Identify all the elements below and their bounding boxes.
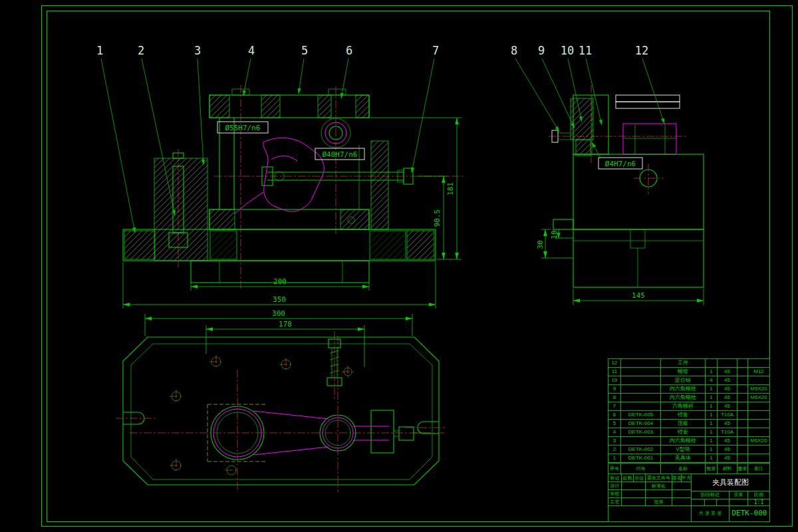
bom-cell-remark (747, 446, 769, 454)
tb-blank (622, 482, 646, 490)
tb-role-process: 工艺 (608, 498, 622, 506)
tb-blank (672, 498, 692, 506)
plan-outline (123, 337, 439, 485)
callout-10: 10 (561, 44, 574, 57)
cad-drawing-sheet: Ø55H7/n6 Ø40H7/n6 181 90.5 200 350 1 2 3… (0, 0, 798, 532)
tb-role-check: 审核 (608, 490, 622, 498)
bom-cell-material: 45 (717, 454, 737, 463)
bom-cell-no: 10 (608, 376, 620, 385)
bom-cell-remark: M5X20 (747, 385, 769, 394)
bom-row: 1 DETK-001 夹具体 1 45 (608, 454, 769, 463)
bom-cell-code: DETK-005 (620, 411, 660, 420)
bom-cell-material: 45 (717, 437, 737, 446)
bom-header-remark: 备注 (747, 464, 769, 474)
tb-rev-sign: 签名 (672, 474, 682, 482)
bom-row: 11 螺母 1 45 M12 (608, 368, 769, 376)
dim-178: 178 (279, 320, 292, 329)
bom-cell-name: 工件 (660, 359, 705, 368)
side-clamp (552, 98, 593, 156)
tb-blank (608, 506, 692, 521)
bom-cell-name: V型块 (660, 446, 705, 454)
dim-145: 145 (632, 291, 645, 300)
bom-cell-weight (737, 411, 747, 420)
bom-cell-no: 4 (608, 428, 620, 437)
parts-list-rows: 12 工件 11 螺母 1 45 M12 10 定位销 4 45 9 内 (608, 359, 769, 463)
bom-cell-material: 45 (717, 420, 737, 428)
bom-cell-code: DETK-004 (620, 420, 660, 428)
bom-cell-no: 6 (608, 411, 620, 420)
bom-cell-name: 夹具体 (660, 454, 705, 463)
bom-cell-no: 7 (608, 402, 620, 411)
bom-cell-weight (737, 376, 747, 385)
dim-200: 200 (273, 277, 287, 286)
tb-rev-count: 处数 (622, 474, 634, 482)
bom-cell-code: DETK-001 (620, 454, 660, 463)
tb-rev-date: 年月日 (682, 474, 692, 482)
bom-cell-code: DETK-003 (620, 428, 660, 437)
bom-cell-weight (737, 420, 747, 428)
bom-cell-no: 8 (608, 394, 620, 402)
tb-role-design: 设计 (608, 482, 622, 490)
front-fit-labels: Ø55H7/n6 Ø40H7/n6 (217, 122, 364, 160)
callout-3: 3 (194, 44, 201, 57)
tb-blank (622, 498, 646, 506)
bom-row: 10 定位销 4 45 (608, 376, 769, 385)
plan-dimensions: 300 178 (145, 309, 412, 367)
tb-role-standard: 标准化 (646, 482, 672, 490)
bom-cell-qty: 1 (705, 454, 717, 463)
bom-cell-qty: 4 (705, 376, 717, 385)
tb-sheets: 共 张 第 张 (692, 506, 730, 521)
bom-header-material: 材料 (717, 464, 737, 474)
bom-cell-name: 定位销 (660, 376, 705, 385)
callout-5: 5 (301, 44, 308, 57)
dim-350: 350 (273, 295, 286, 304)
bom-row: 6 DETK-005 镗套 1 T10A (608, 411, 769, 420)
bom-cell-material: 45 (717, 385, 737, 394)
bom-cell-material: 45 (717, 368, 737, 376)
bom-cell-remark: M12 (747, 368, 769, 376)
tb-stage-label: 阶段标记 (692, 491, 729, 499)
bom-cell-qty: 1 (705, 411, 717, 420)
bom-cell-no: 11 (608, 368, 620, 376)
bom-cell-code (620, 394, 660, 402)
bom-cell-qty: 1 (705, 437, 717, 446)
dim-bore40: Ø40H7/n6 (323, 150, 358, 159)
bom-cell-code: DETK-002 (620, 446, 660, 454)
dim-30: 30 (536, 240, 545, 249)
side-workpiece-bracket (623, 124, 676, 154)
plan-locating-pins (170, 355, 354, 475)
callout-6: 6 (346, 44, 352, 57)
bom-cell-code (620, 402, 660, 411)
dim-10: 10 (550, 230, 559, 239)
bom-cell-name: 内六角螺栓 (660, 385, 705, 394)
bom-cell-remark (747, 376, 769, 385)
bom-header: 序号 代号 名称 数量 材料 重量 备注 (608, 463, 769, 474)
bom-cell-name: 镗套 (660, 411, 705, 420)
tb-scale: 比例 1:1 (748, 491, 769, 506)
bom-header-code: 代号 (620, 464, 660, 474)
tb-blank (672, 482, 692, 490)
bom-row: 5 DETK-004 压板 1 45 (608, 420, 769, 428)
bom-row: 4 DETK-003 镗套 1 T10A (608, 428, 769, 437)
tb-role-approve: 批准 (646, 498, 672, 506)
bom-cell-no: 9 (608, 385, 620, 394)
bom-cell-no: 5 (608, 420, 620, 428)
callout-7: 7 (432, 44, 439, 57)
front-view: Ø55H7/n6 Ø40H7/n6 181 90.5 200 350 1 2 3… (96, 44, 466, 309)
tb-scale-value: 1:1 (748, 499, 769, 506)
bom-cell-qty: 1 (705, 402, 717, 411)
tb-rev-docno: 更改文件号 (646, 474, 672, 482)
callout-9: 9 (538, 44, 545, 57)
bom-cell-material: 45 (717, 402, 737, 411)
side-top-plate (616, 95, 680, 108)
bom-cell-weight (737, 428, 747, 437)
bom-cell-weight (737, 454, 747, 463)
bom-row: 7 六角螺杆 1 45 (608, 402, 769, 411)
bom-cell-weight (737, 437, 747, 446)
dim-bore4: Ø4H7/n6 (605, 160, 636, 168)
bom-row: 12 工件 (608, 359, 769, 368)
bom-cell-name: 镗套 (660, 428, 705, 437)
callout-2: 2 (138, 44, 144, 57)
tb-blank (672, 490, 692, 498)
bom-cell-weight (737, 359, 747, 368)
